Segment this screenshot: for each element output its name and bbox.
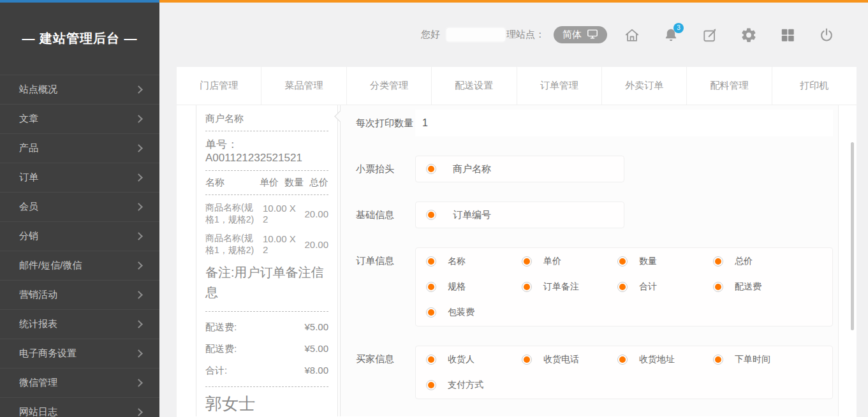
- buyer-info-label: 买家信息: [356, 346, 415, 399]
- radio-option-order-time[interactable]: 下单时间: [713, 347, 809, 372]
- radio-option-consignee[interactable]: 收货人: [426, 347, 522, 372]
- radio-option-total-price[interactable]: 总价: [713, 249, 809, 274]
- home-icon[interactable]: [624, 27, 640, 43]
- sidebar-item-orders[interactable]: 订单: [0, 163, 159, 192]
- radio-checked-icon[interactable]: [426, 256, 436, 267]
- grid-icon[interactable]: [779, 27, 796, 43]
- sidebar-item-reports[interactable]: 统计报表: [0, 309, 159, 339]
- radio-option-spec[interactable]: 规格: [426, 274, 522, 300]
- radio-option-quantity[interactable]: 数量: [617, 249, 713, 274]
- radio-checked-icon[interactable]: [713, 355, 723, 365]
- monitor-icon: [587, 28, 598, 41]
- radio-checked-icon[interactable]: [713, 256, 723, 267]
- radio-checked-icon[interactable]: [426, 282, 436, 292]
- radio-checked-icon[interactable]: [426, 164, 436, 174]
- receipt-total-row: 合计: ¥8.00: [205, 365, 328, 377]
- tab-order-management[interactable]: 订单管理: [517, 67, 602, 105]
- receipt-header-options: 商户名称: [415, 156, 624, 182]
- sidebar-item-mail-sms-wechat[interactable]: 邮件/短信/微信: [0, 251, 159, 280]
- chevron-right-icon: [135, 320, 143, 328]
- redacted-username: [446, 28, 505, 41]
- radio-checked-icon[interactable]: [426, 355, 436, 365]
- print-count-row: 每次打印数量: [356, 110, 833, 136]
- tab-dish-management[interactable]: 菜品管理: [261, 67, 346, 105]
- radio-option-order-number[interactable]: 订单编号: [426, 209, 491, 221]
- radio-checked-icon[interactable]: [522, 282, 532, 292]
- radio-option-delivery-fee[interactable]: 配送费: [713, 274, 809, 300]
- radio-checked-icon[interactable]: [617, 256, 628, 267]
- topbar: 您好 理站点： 简体 3: [159, 3, 868, 67]
- radio-option-order-note[interactable]: 订单备注: [522, 274, 617, 300]
- receipt-preview: 商户名称 单号：A001121232521521 名称 单价 数量 总价 商品名…: [196, 105, 338, 416]
- basic-info-row: 基础信息 订单编号: [356, 201, 833, 228]
- receipt-merchant-name: 商户名称: [205, 113, 328, 125]
- chevron-right-icon: [135, 115, 143, 123]
- print-count-label: 每次打印数量: [356, 110, 415, 136]
- buyer-info-row: 买家信息 收货人 收货电话 收货地址 下单时间 支付方式: [356, 346, 833, 399]
- radio-checked-icon[interactable]: [617, 282, 628, 292]
- sidebar-item-site-logs[interactable]: 网站日志: [0, 397, 159, 417]
- bell-icon[interactable]: 3: [663, 27, 679, 43]
- divider: [205, 170, 328, 171]
- sidebar-item-marketing[interactable]: 营销活动: [0, 280, 159, 309]
- sidebar-item-members[interactable]: 会员: [0, 192, 159, 221]
- chevron-right-icon: [135, 144, 143, 152]
- main-card: 门店管理 菜品管理 分类管理 配送设置 订单管理 外卖订单 配料管理 打印机 商…: [177, 67, 857, 417]
- radio-checked-icon[interactable]: [426, 380, 436, 390]
- sidebar-item-ecommerce-settings[interactable]: 电子商务设置: [0, 339, 159, 368]
- radio-checked-icon[interactable]: [713, 282, 723, 292]
- tab-category-management[interactable]: 分类管理: [347, 67, 432, 105]
- sidebar-item-articles[interactable]: 文章: [0, 104, 159, 133]
- vertical-scrollbar[interactable]: [851, 142, 854, 330]
- receipt-header-label: 小票抬头: [356, 156, 415, 182]
- tab-ingredient-management[interactable]: 配料管理: [687, 67, 772, 105]
- sidebar-item-site-overview[interactable]: 站点概况: [0, 75, 159, 104]
- radio-option-packaging-fee[interactable]: 包装费: [426, 300, 522, 325]
- basic-info-label: 基础信息: [356, 201, 415, 228]
- edit-icon[interactable]: [702, 27, 718, 43]
- radio-checked-icon[interactable]: [522, 355, 532, 365]
- radio-option-consignee-address[interactable]: 收货地址: [617, 347, 713, 372]
- chevron-right-icon: [135, 408, 143, 416]
- notification-badge: 3: [673, 23, 684, 33]
- chevron-right-icon: [135, 349, 143, 358]
- divider: [205, 311, 328, 312]
- gear-icon[interactable]: [740, 27, 757, 43]
- sidebar-item-wechat-management[interactable]: 微信管理: [0, 368, 159, 397]
- print-settings-panel: 每次打印数量 小票抬头 商户名称 基础信息 订单编号: [340, 105, 839, 416]
- radio-option-merchant-name[interactable]: 商户名称: [426, 163, 491, 175]
- order-info-options: 名称 单价 数量 总价 规格 订单备注 合计 配送费 包装费: [415, 247, 833, 326]
- radio-checked-icon[interactable]: [426, 307, 436, 318]
- radio-option-subtotal[interactable]: 合计: [617, 274, 713, 300]
- tab-printer[interactable]: 打印机: [772, 67, 857, 105]
- divider: [205, 386, 328, 387]
- receipt-note: 备注:用户订单备注信息: [205, 263, 328, 302]
- sidebar: — 建站管理后台 — 站点概况 文章 产品 订单 会员 分销 邮件/短信/微信 …: [0, 0, 159, 417]
- radio-option-name[interactable]: 名称: [426, 249, 522, 274]
- sidebar-item-distribution[interactable]: 分销: [0, 221, 159, 251]
- chevron-right-icon: [135, 85, 143, 94]
- radio-checked-icon[interactable]: [617, 355, 628, 365]
- chevron-right-icon: [135, 173, 143, 182]
- printer-settings-content: 商户名称 单号：A001121232521521 名称 单价 数量 总价 商品名…: [177, 105, 857, 416]
- receipt-line-item: 商品名称(规格1，规格2) 10.00 X 2 20.00: [205, 201, 328, 226]
- chevron-right-icon: [135, 203, 143, 211]
- radio-option-payment-method[interactable]: 支付方式: [426, 372, 522, 398]
- print-count-input[interactable]: [415, 110, 833, 136]
- power-icon[interactable]: [818, 27, 835, 43]
- chevron-right-icon: [135, 379, 143, 387]
- tab-store-management[interactable]: 门店管理: [177, 67, 261, 105]
- radio-option-consignee-phone[interactable]: 收货电话: [522, 347, 617, 372]
- sidebar-item-products[interactable]: 产品: [0, 133, 159, 163]
- order-info-row: 订单信息 名称 单价 数量 总价 规格 订单备注 合计 配送费 包装费: [356, 247, 833, 326]
- tab-takeout-orders[interactable]: 外卖订单: [602, 67, 687, 105]
- radio-option-unit-price[interactable]: 单价: [522, 249, 617, 274]
- radio-checked-icon[interactable]: [426, 210, 436, 220]
- tab-delivery-settings[interactable]: 配送设置: [432, 67, 517, 105]
- topbar-icons: 3: [624, 27, 835, 43]
- receipt-order-number: 单号：A001121232521521: [205, 137, 328, 165]
- language-button[interactable]: 简体: [554, 26, 607, 43]
- radio-checked-icon[interactable]: [522, 256, 532, 267]
- receipt-header-row: 小票抬头 商户名称: [356, 156, 833, 182]
- greeting: 您好 理站点：: [421, 28, 545, 41]
